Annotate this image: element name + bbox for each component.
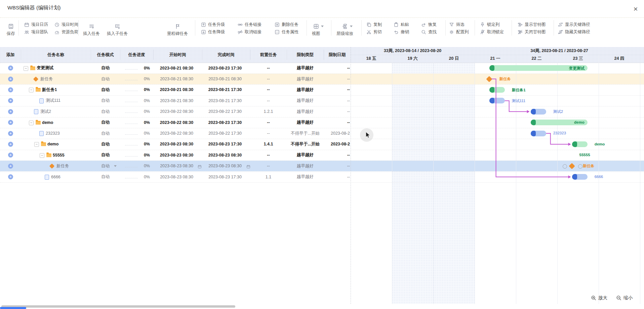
lock-columns-button[interactable]: 锁定列 [479,21,501,28]
constraint-date-cell[interactable]: 2023-08-2 [324,128,350,139]
constraint-type-cell[interactable]: 越早越好 [287,106,324,117]
predecessor-cell[interactable]: 1.1 [250,172,287,182]
constraint-type-cell[interactable]: 不得早于...开始 [287,139,324,149]
show-gantt-button[interactable]: 显示甘特图 [516,21,547,28]
task-name-cell[interactable]: 232323 [46,128,60,139]
task-progress-cell[interactable]: 0% [137,128,150,139]
add-task-button[interactable]: + [8,152,13,158]
close-icon[interactable]: ✕ [633,6,638,13]
constraint-type-cell[interactable]: 越早越好 [287,117,324,128]
start-time-cell[interactable]: 2023-08-23 08:30 [153,172,200,182]
task-name-cell[interactable]: 新任务 [56,161,69,171]
add-task-button[interactable]: + [8,87,13,92]
task-properties-button[interactable]: 任务属性 [273,29,300,35]
task-progress-cell[interactable]: 0% [137,95,150,106]
gantt-summary-bar[interactable]: demo [531,120,588,125]
task-progress-cell[interactable]: 0% [137,117,150,128]
finish-time-cell[interactable]: 2023-08-23 17:30 [202,117,248,128]
hide-critical-path-button[interactable]: 隐藏关键路径 [557,29,592,35]
start-time-cell[interactable]: 2023-08-21 08:30 [153,95,200,106]
gantt-task-bar[interactable] [531,131,546,136]
gantt-task-bar[interactable] [489,98,505,103]
start-time-cell[interactable]: 2023-08-22 08:30 [153,117,200,128]
task-progress-cell[interactable]: 0% [137,63,150,74]
project-calendar-button[interactable]: 项目日历 [23,21,49,28]
predecessor-cell[interactable]: -- [250,150,287,161]
start-time-cell[interactable]: 2023-08-23 08:30 [153,161,200,171]
predecessor-cell[interactable]: 1.4.1 [250,139,287,149]
milestone-handle-ring[interactable] [563,164,567,169]
task-name-cell[interactable]: 测试111 [46,95,61,106]
expander-collapse-icon[interactable]: − [34,142,39,147]
constraint-date-cell[interactable]: -- [324,95,350,106]
add-task-button[interactable]: + [8,120,13,125]
finish-time-cell[interactable]: 2023-08-21 17:30 [202,95,248,106]
start-time-cell[interactable]: 2023-08-21 08:30 [153,84,200,95]
task-name-cell[interactable]: 变更测试 [37,63,53,74]
zoom-in-label[interactable]: 放大 [598,295,607,301]
task-progress-cell[interactable]: 0% [137,106,150,117]
configure-columns-button[interactable]: 配置列 [448,29,470,35]
project-team-button[interactable]: 项目团队 [23,29,49,35]
task-name-cell[interactable]: 6666 [51,172,61,182]
task-name-cell[interactable]: 55555 [53,150,65,161]
hierarchy-zoom-caret-icon[interactable] [350,26,353,27]
constraint-type-cell[interactable]: 越早越好 [287,172,324,182]
task-mode-cell[interactable]: 自动 [91,117,120,128]
task-progress-cell[interactable]: 0% [137,139,150,149]
cut-button[interactable]: 剪切 [365,29,383,35]
constraint-date-cell[interactable]: -- [324,63,350,74]
task-mode-cell[interactable]: 自动 [91,150,120,161]
task-mode-cell[interactable]: 自动 [91,172,120,182]
unlock-columns-button[interactable]: 取消锁定 [479,29,505,35]
constraint-type-cell[interactable]: 越早越好 [287,150,324,161]
constraint-date-cell[interactable]: -- [324,161,350,171]
finish-time-cell[interactable]: 2023-08-23 08:30 [202,150,248,161]
cancel-link-button[interactable]: 取消链接 [236,29,263,35]
constraint-type-cell[interactable]: 越早越好 [287,95,324,106]
task-mode-cell[interactable]: 自动 [91,139,120,149]
task-mode-cell[interactable]: 自动 [91,74,120,84]
add-task-button[interactable]: + [8,131,13,136]
gantt-summary-bar[interactable] [489,87,505,93]
start-time-cell[interactable]: 2023-08-22 08:30 [153,128,200,139]
gantt-task-bar[interactable] [572,174,588,180]
start-date-picker-icon[interactable] [198,164,202,168]
finish-time-cell[interactable]: 2023-08-21 17:30 [202,84,248,95]
start-time-cell[interactable]: 2023-08-23 08:30 [153,139,200,149]
project-time-button[interactable]: 项目时间 [53,21,80,28]
zoom-out-label[interactable]: 缩小 [623,295,633,301]
task-progress-cell[interactable]: 0% [137,161,150,171]
constraint-type-cell[interactable]: 越早越好 [287,84,324,95]
finish-time-cell[interactable]: 2023-08-22 17:30 [202,106,248,117]
add-task-button[interactable]: + [8,109,13,114]
constraint-type-cell[interactable]: 不得早于...开始 [287,128,324,139]
start-time-cell[interactable]: 2023-08-22 08:30 [153,106,200,117]
task-downgrade-button[interactable]: 任务降级 [200,29,226,35]
task-name-cell[interactable]: 新任务1 [42,84,57,95]
undo-button[interactable]: 撤销 [392,29,410,35]
task-name-cell[interactable]: demo [42,117,53,128]
constraint-type-cell[interactable]: 越早越好 [287,74,324,84]
predecessor-cell[interactable]: 1.2.1 [250,106,287,117]
task-progress-cell[interactable]: 0% [137,172,150,182]
insert-subtask-button[interactable]: 插入子任务 [102,22,132,38]
task-name-cell[interactable]: 测试2 [40,106,51,117]
view-caret-icon[interactable] [321,26,324,27]
finish-time-cell[interactable]: 2023-08-23 17:30 [202,139,248,149]
finish-time-cell[interactable]: 2023-08-22 17:30 [202,128,248,139]
task-progress-cell[interactable]: 0% [137,84,150,95]
redo-button[interactable]: 恢复 [420,21,438,28]
constraint-type-cell[interactable]: 越早越好 [287,161,324,171]
constraint-date-cell[interactable]: 2023-08-2 [324,139,350,149]
expander-collapse-icon[interactable]: − [29,88,34,92]
constraint-date-cell[interactable]: -- [324,150,350,161]
constraint-type-cell[interactable]: 越早越好 [287,63,324,74]
add-task-button[interactable]: + [8,77,13,82]
constraint-date-cell[interactable]: -- [324,84,350,95]
task-progress-cell[interactable]: 0% [137,150,150,161]
hide-gantt-button[interactable]: 关闭甘特图 [516,29,547,35]
task-mode-cell[interactable]: 自动 [91,84,120,95]
constraint-date-cell[interactable]: -- [324,117,350,128]
paste-button[interactable]: 粘贴 [392,21,410,28]
